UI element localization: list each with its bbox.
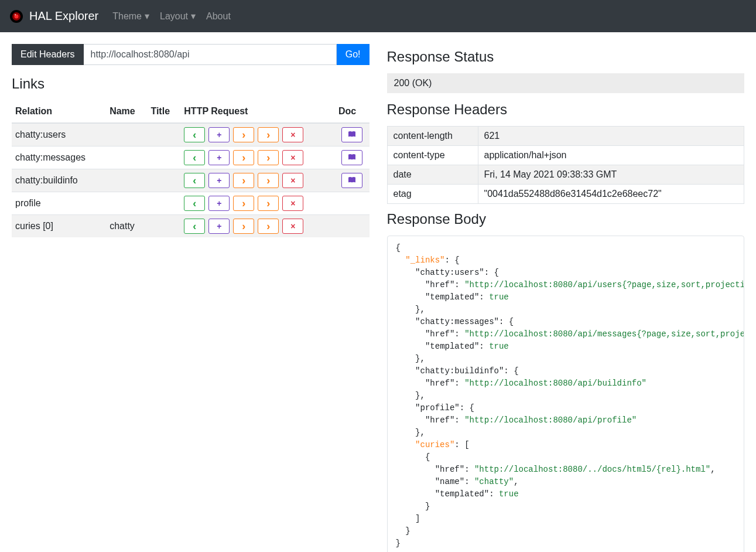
- header-key: content-type: [387, 146, 478, 165]
- cell-http: ‹+››×: [180, 215, 335, 238]
- put-button[interactable]: ›: [233, 173, 254, 188]
- get-button[interactable]: ‹: [184, 127, 205, 142]
- response-body-heading: Response Body: [387, 211, 745, 227]
- chevron-left-icon: ‹: [193, 221, 196, 231]
- cell-relation: chatty:messages: [12, 146, 106, 169]
- delete-button[interactable]: ×: [282, 127, 303, 142]
- post-button[interactable]: +: [208, 173, 230, 188]
- svg-point-3: [15, 13, 16, 15]
- chevron-left-icon: ‹: [193, 175, 196, 186]
- url-bar: Edit Headers Go!: [12, 44, 370, 65]
- nav-layout[interactable]: Layout▾: [160, 11, 196, 22]
- patch-button[interactable]: ›: [258, 173, 279, 188]
- delete-button[interactable]: ×: [282, 150, 303, 165]
- post-button[interactable]: +: [208, 150, 230, 165]
- post-button[interactable]: +: [208, 127, 230, 142]
- header-key: date: [387, 165, 478, 185]
- cell-name: chatty: [106, 215, 147, 238]
- doc-button[interactable]: [341, 127, 362, 142]
- cell-relation: chatty:buildinfo: [12, 169, 106, 192]
- plus-icon: +: [217, 199, 221, 207]
- nav-label: Theme: [112, 11, 142, 22]
- table-row: chatty:buildinfo‹+››×: [12, 169, 370, 192]
- get-button[interactable]: ‹: [184, 219, 205, 234]
- cell-relation: chatty:users: [12, 123, 106, 146]
- put-button[interactable]: ›: [233, 150, 254, 165]
- chevron-right-icon: ›: [242, 130, 245, 140]
- table-row: dateFri, 14 May 2021 09:38:33 GMT: [387, 165, 744, 185]
- chevron-right-icon: ›: [266, 152, 270, 163]
- brand-label: HAL Explorer: [29, 9, 98, 23]
- get-button[interactable]: ‹: [184, 173, 205, 188]
- cell-relation: profile: [12, 192, 106, 215]
- cell-http: ‹+››×: [180, 123, 335, 146]
- edit-headers-button[interactable]: Edit Headers: [12, 44, 84, 65]
- get-button[interactable]: ‹: [184, 196, 205, 211]
- response-body: { "_links": { "chatty:users": { "href": …: [387, 236, 745, 552]
- nav-about[interactable]: About: [206, 11, 231, 22]
- header-value: Fri, 14 May 2021 09:38:33 GMT: [478, 165, 744, 185]
- response-status-heading: Response Status: [387, 49, 745, 65]
- url-input[interactable]: [84, 44, 337, 65]
- close-icon: ×: [290, 154, 295, 162]
- get-button[interactable]: ‹: [184, 150, 205, 165]
- put-button[interactable]: ›: [233, 196, 254, 211]
- go-button[interactable]: Go!: [337, 44, 370, 65]
- table-row: chatty:users‹+››×: [12, 123, 370, 146]
- cell-name: [106, 169, 147, 192]
- header-key: etag: [387, 185, 478, 204]
- cell-name: [106, 123, 147, 146]
- brand: HAL Explorer: [9, 9, 98, 23]
- col-relation: Relation: [12, 100, 106, 123]
- table-row: content-typeapplication/hal+json: [387, 146, 744, 165]
- nav-label: About: [206, 11, 231, 22]
- patch-button[interactable]: ›: [258, 127, 279, 142]
- close-icon: ×: [290, 176, 295, 185]
- header-value: "0041da552488d86e31454d1c2e68eec72": [478, 185, 744, 204]
- cell-doc: [335, 215, 370, 238]
- chevron-right-icon: ›: [242, 198, 245, 209]
- doc-button[interactable]: [341, 173, 362, 188]
- header-key: content-length: [387, 127, 478, 146]
- cell-title: [147, 146, 180, 169]
- post-button[interactable]: +: [208, 219, 230, 234]
- table-row: etag"0041da552488d86e31454d1c2e68eec72": [387, 185, 744, 204]
- book-icon: [348, 131, 356, 139]
- plus-icon: +: [217, 154, 221, 162]
- chevron-left-icon: ‹: [193, 152, 196, 163]
- patch-button[interactable]: ›: [258, 196, 279, 211]
- table-row: chatty:messages‹+››×: [12, 146, 370, 169]
- cell-title: [147, 169, 180, 192]
- chevron-right-icon: ›: [266, 198, 270, 209]
- links-heading: Links: [12, 76, 370, 92]
- cell-http: ‹+››×: [180, 169, 335, 192]
- put-button[interactable]: ›: [233, 219, 254, 234]
- chevron-down-icon: ▾: [145, 11, 149, 22]
- nav-label: Layout: [160, 11, 188, 22]
- cell-doc: [335, 192, 370, 215]
- patch-button[interactable]: ›: [258, 150, 279, 165]
- patch-button[interactable]: ›: [258, 219, 279, 234]
- delete-button[interactable]: ×: [282, 173, 303, 188]
- delete-button[interactable]: ×: [282, 196, 303, 211]
- col-doc: Doc: [335, 100, 370, 123]
- close-icon: ×: [290, 131, 295, 139]
- plus-icon: +: [217, 222, 221, 230]
- delete-button[interactable]: ×: [282, 219, 303, 234]
- post-button[interactable]: +: [208, 196, 230, 211]
- col-http: HTTP Request: [180, 100, 335, 123]
- chevron-right-icon: ›: [242, 175, 245, 186]
- cell-http: ‹+››×: [180, 146, 335, 169]
- response-headers-heading: Response Headers: [387, 101, 745, 118]
- nav-theme[interactable]: Theme▾: [112, 11, 149, 22]
- table-row: profile‹+››×: [12, 192, 370, 215]
- chevron-left-icon: ‹: [193, 198, 196, 209]
- doc-button[interactable]: [341, 150, 362, 165]
- cell-doc: [335, 123, 370, 146]
- cell-doc: [335, 146, 370, 169]
- col-name: Name: [106, 100, 147, 123]
- cell-title: [147, 192, 180, 215]
- links-table: Relation Name Title HTTP Request Doc cha…: [12, 100, 370, 237]
- put-button[interactable]: ›: [233, 127, 254, 142]
- navbar: HAL Explorer Theme▾Layout▾About: [0, 0, 756, 32]
